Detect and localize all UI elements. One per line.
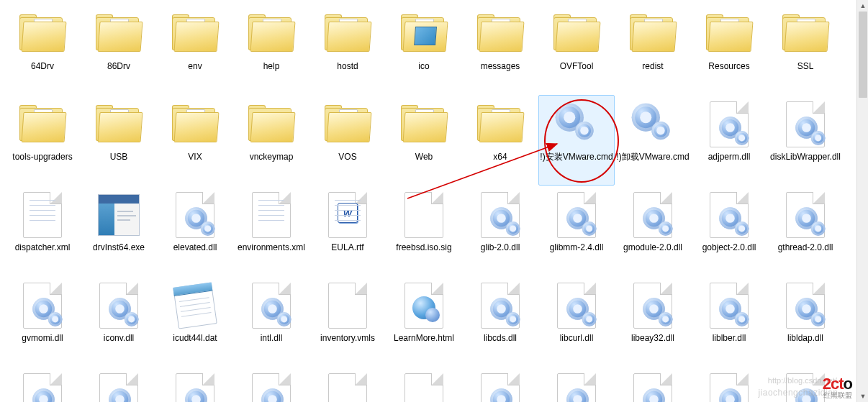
- file-item[interactable]: freebsd.iso.sig: [386, 186, 462, 276]
- blank-icon: [395, 370, 453, 402]
- file-item[interactable]: help: [233, 4, 309, 95]
- dll-icon: [624, 280, 682, 332]
- cmd-icon: [548, 99, 605, 150]
- file-item[interactable]: glibmm-2.4.dll: [538, 186, 615, 276]
- dll-icon: [700, 280, 758, 332]
- file-item[interactable]: x64: [462, 95, 538, 186]
- file-label: EULA.rtf: [311, 241, 384, 252]
- file-item[interactable]: [81, 367, 157, 402]
- scroll-down-button[interactable]: ▼: [857, 390, 868, 402]
- file-item[interactable]: libcurl.dll: [538, 276, 615, 367]
- file-item[interactable]: [309, 367, 386, 402]
- file-item[interactable]: gobject-2.0.dll: [691, 186, 767, 276]
- file-item[interactable]: OVFTool: [538, 4, 615, 95]
- file-item[interactable]: libcds.dll: [462, 276, 538, 367]
- file-item[interactable]: intl.dll: [233, 276, 309, 367]
- file-item[interactable]: inventory.vmls: [309, 276, 386, 367]
- file-label: liblber.dll: [692, 332, 766, 343]
- file-label: icudt44l.dat: [158, 332, 232, 343]
- file-item[interactable]: vnckeymap: [233, 95, 309, 186]
- file-item[interactable]: 64Drv: [4, 4, 81, 95]
- file-item[interactable]: redist: [615, 4, 691, 95]
- xml-icon: [14, 189, 71, 241]
- file-item[interactable]: [386, 367, 462, 402]
- file-item[interactable]: [615, 367, 691, 402]
- file-item[interactable]: ico: [386, 4, 462, 95]
- file-item[interactable]: elevated.dll: [157, 186, 233, 276]
- file-label: iconv.dll: [82, 332, 155, 343]
- folder-icon: [319, 99, 376, 150]
- folder-icon: [471, 8, 529, 60]
- scroll-up-button[interactable]: ▲: [857, 0, 868, 12]
- file-item[interactable]: Resources: [691, 4, 767, 95]
- folder-icon: [700, 8, 758, 60]
- dll-icon: [14, 280, 71, 332]
- file-item[interactable]: [4, 367, 81, 402]
- file-item[interactable]: gmodule-2.0.dll: [615, 186, 691, 276]
- file-item[interactable]: libldap.dll: [767, 276, 844, 367]
- dll-icon: [548, 189, 605, 241]
- scroll-thumb[interactable]: [859, 12, 867, 98]
- file-label: Resources: [692, 60, 766, 71]
- file-item[interactable]: [233, 367, 309, 402]
- file-item[interactable]: SSL: [767, 4, 844, 95]
- dll-icon: [471, 280, 529, 332]
- dll-icon: [243, 370, 300, 402]
- file-item[interactable]: gvmomi.dll: [4, 276, 81, 367]
- file-item[interactable]: liblber.dll: [691, 276, 767, 367]
- file-item[interactable]: W EULA.rtf: [309, 186, 386, 276]
- dll-icon: [471, 189, 529, 241]
- file-label: libcds.dll: [464, 332, 537, 343]
- scroll-track[interactable]: [857, 12, 868, 390]
- blank-icon: [319, 370, 376, 402]
- file-item[interactable]: [462, 367, 538, 402]
- file-label: VIX: [158, 150, 232, 162]
- file-item[interactable]: !)安装VMware.cmd: [538, 95, 615, 186]
- file-item[interactable]: drvInst64.exe: [81, 186, 157, 276]
- file-label: libldap.dll: [769, 332, 842, 343]
- file-item[interactable]: dispatcher.xml: [4, 186, 81, 276]
- file-item[interactable]: adjperm.dll: [691, 95, 767, 186]
- file-item[interactable]: VIX: [157, 95, 233, 186]
- folder-icon: [90, 8, 148, 60]
- file-item[interactable]: USB: [81, 95, 157, 186]
- file-grid: 64Drv 86Drv env help hostd: [0, 0, 856, 402]
- file-item[interactable]: Web: [386, 95, 462, 186]
- file-label: diskLibWrapper.dll: [769, 150, 842, 162]
- file-item[interactable]: 86Drv: [81, 4, 157, 95]
- file-label: environments.xml: [235, 241, 308, 252]
- file-item[interactable]: !)卸载VMware.cmd: [615, 95, 691, 186]
- file-item[interactable]: [691, 367, 767, 402]
- vertical-scrollbar[interactable]: ▲ ▼: [856, 0, 868, 402]
- file-item[interactable]: iconv.dll: [81, 276, 157, 367]
- file-item[interactable]: [157, 367, 233, 402]
- folder-icon: [548, 8, 605, 60]
- folder-icon: [14, 8, 71, 60]
- file-item[interactable]: icudt44l.dat: [157, 276, 233, 367]
- file-item[interactable]: messages: [462, 4, 538, 95]
- html-icon: [395, 280, 453, 332]
- file-pane[interactable]: 64Drv 86Drv env help hostd: [0, 0, 856, 402]
- folder-icon: [243, 8, 300, 60]
- file-label: redist: [616, 60, 690, 71]
- rtf-icon: W: [319, 189, 376, 241]
- file-item[interactable]: libeay32.dll: [615, 276, 691, 367]
- blank-icon: [319, 280, 376, 332]
- file-item[interactable]: tools-upgraders: [4, 95, 81, 186]
- file-item[interactable]: [767, 367, 844, 402]
- file-label: OVFTool: [540, 60, 613, 71]
- file-item[interactable]: diskLibWrapper.dll: [767, 95, 844, 186]
- file-item[interactable]: VOS: [309, 95, 386, 186]
- folder-ico-icon: [395, 8, 453, 60]
- dll-icon: [700, 189, 758, 241]
- file-label: !)安装VMware.cmd: [540, 150, 613, 162]
- file-item[interactable]: gthread-2.0.dll: [767, 186, 844, 276]
- file-item[interactable]: environments.xml: [233, 186, 309, 276]
- file-item[interactable]: glib-2.0.dll: [462, 186, 538, 276]
- file-item[interactable]: env: [157, 4, 233, 95]
- file-label: adjperm.dll: [692, 150, 766, 162]
- file-item[interactable]: LearnMore.html: [386, 276, 462, 367]
- file-item[interactable]: [538, 367, 615, 402]
- file-item[interactable]: hostd: [309, 4, 386, 95]
- dll-icon: [700, 99, 758, 150]
